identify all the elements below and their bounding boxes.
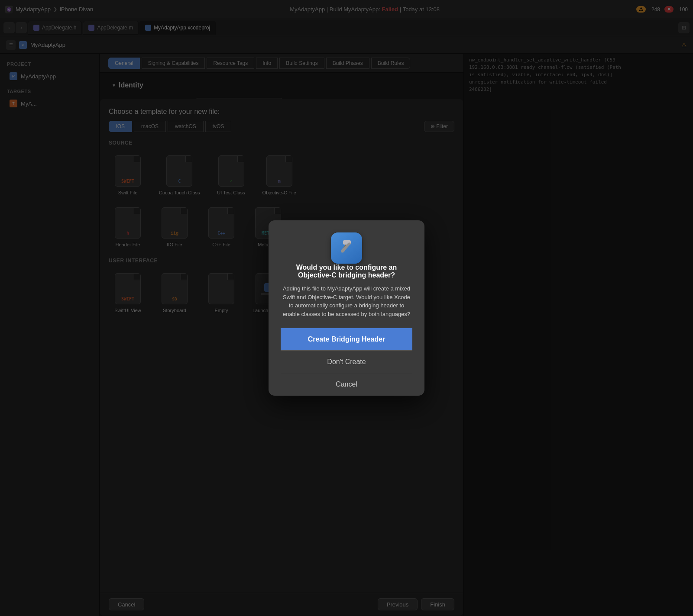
modal-buttons: Create Bridging Header Don't Create Canc… bbox=[281, 328, 412, 396]
xcode-modal-icon bbox=[331, 232, 362, 264]
bridging-header-modal: Would you like to configure an Objective… bbox=[269, 220, 424, 396]
modal-overlay: Would you like to configure an Objective… bbox=[0, 0, 693, 616]
dont-create-button[interactable]: Don't Create bbox=[281, 351, 412, 373]
modal-message: Adding this file to MyAdaptyApp will cre… bbox=[281, 284, 412, 318]
modal-title: Would you like to configure an Objective… bbox=[281, 264, 412, 279]
create-bridging-header-button[interactable]: Create Bridging Header bbox=[281, 328, 412, 351]
modal-cancel-button[interactable]: Cancel bbox=[281, 373, 412, 396]
